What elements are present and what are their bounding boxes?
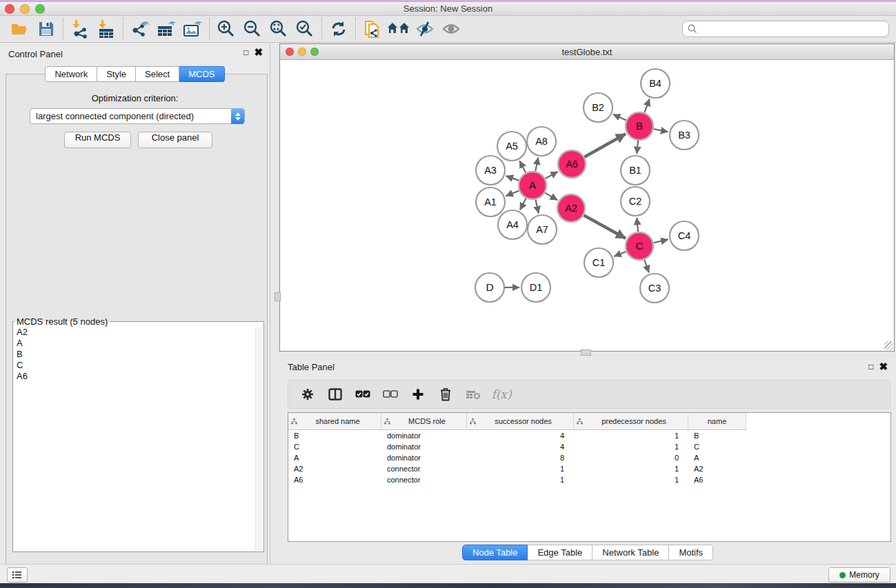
table-row[interactable]: Cdominator41C <box>288 441 890 452</box>
search-container <box>682 21 889 37</box>
minimize-window-button[interactable] <box>20 4 30 14</box>
graph-edge-C-C3[interactable] <box>644 260 649 273</box>
column-header[interactable]: shared name <box>288 413 381 429</box>
delete-table-icon <box>466 389 481 400</box>
horizontal-splitter-grip[interactable] <box>581 349 591 356</box>
graph-node-label: A4 <box>506 219 519 230</box>
tab-motifs[interactable]: Motifs <box>669 545 713 560</box>
function-builder-button[interactable]: f(x) <box>488 382 513 407</box>
checked-boxes-icon <box>355 390 370 398</box>
column-header[interactable]: MCDS role <box>381 413 467 429</box>
show-columns-button[interactable] <box>323 382 348 407</box>
table-cell: 1 <box>574 463 688 474</box>
zoom-in-button[interactable] <box>213 17 239 41</box>
criterion-dropdown[interactable]: largest connected component (directed) <box>30 108 245 124</box>
select-all-columns-button[interactable] <box>350 382 375 407</box>
network-zoom-button[interactable] <box>310 48 319 56</box>
float-panel-icon[interactable]: □ <box>243 48 248 57</box>
float-panel-icon[interactable]: □ <box>868 362 873 372</box>
search-input[interactable] <box>682 21 889 37</box>
result-scrollbar[interactable] <box>255 327 263 551</box>
graph-edge-C-C4[interactable] <box>653 239 668 243</box>
graph-edge-B-B4[interactable] <box>644 99 649 113</box>
graph-edge-B-B1[interactable] <box>637 141 638 154</box>
close-window-button[interactable] <box>5 4 14 14</box>
delete-columns-button[interactable] <box>433 382 458 407</box>
zoom-out-button[interactable] <box>239 17 266 41</box>
tab-node-table[interactable]: Node Table <box>462 545 528 560</box>
memory-label: Memory <box>849 570 879 580</box>
graph-edge-A-A8[interactable] <box>535 158 538 172</box>
export-table-button[interactable] <box>153 17 179 41</box>
graph-edge-A-A6[interactable] <box>545 172 557 179</box>
graph-edge-B-B2[interactable] <box>613 114 626 121</box>
mcds-result-item[interactable]: A <box>13 338 263 349</box>
tab-mcds[interactable]: MCDS <box>179 66 224 82</box>
import-network-button[interactable] <box>67 17 93 41</box>
export-network-button[interactable] <box>127 17 153 41</box>
mcds-result-item[interactable]: B <box>13 349 263 360</box>
tab-select[interactable]: Select <box>136 66 179 82</box>
close-panel-button[interactable]: Close panel <box>138 132 212 148</box>
tab-style[interactable]: Style <box>97 66 136 82</box>
import-table-button[interactable] <box>93 17 119 41</box>
toolbar-separator <box>355 18 356 40</box>
column-header[interactable]: name <box>688 413 746 429</box>
mcds-result-item[interactable]: A6 <box>13 371 263 382</box>
graph-edge-A-A3[interactable] <box>506 176 519 181</box>
graph-edge-A6-B[interactable] <box>584 134 626 156</box>
table-row[interactable]: A6connector11A6 <box>288 474 890 485</box>
graph-edge-A-A4[interactable] <box>520 199 526 210</box>
table-row[interactable]: Bdominator41B <box>288 430 890 441</box>
graph-edge-B-B3[interactable] <box>654 129 668 132</box>
column-header[interactable]: successor nodes <box>467 413 574 429</box>
close-panel-icon[interactable]: ✖ <box>254 48 263 57</box>
table-body: Bdominator41BCdominator41CAdominator80AA… <box>288 430 890 485</box>
open-file-button[interactable] <box>7 17 33 41</box>
hide-graphics-details-button[interactable] <box>412 17 438 41</box>
save-session-button[interactable] <box>33 17 59 41</box>
add-column-button[interactable] <box>406 382 430 407</box>
home-view-button[interactable] <box>386 17 412 41</box>
memory-button[interactable]: Memory <box>828 567 890 582</box>
task-history-button[interactable] <box>7 567 28 582</box>
graph-edge-A-A1[interactable] <box>506 191 519 196</box>
graph-edge-A-A7[interactable] <box>535 200 538 214</box>
zoom-fit-button[interactable] <box>266 17 292 41</box>
mcds-result-item[interactable]: C <box>13 360 263 371</box>
window-resize-grip[interactable] <box>884 341 893 350</box>
show-graphics-details-button[interactable] <box>438 17 464 41</box>
graph-node-label: D <box>486 281 493 293</box>
duplicate-network-button[interactable] <box>359 17 386 41</box>
control-panel: Control Panel □ ✖ Network Style Select M… <box>0 43 270 564</box>
mcds-result-item[interactable]: A2 <box>13 327 263 338</box>
graph-edge-A-A5[interactable] <box>519 161 526 172</box>
table-row[interactable]: Adominator80A <box>288 452 890 463</box>
zoom-window-button[interactable] <box>35 4 45 14</box>
network-minimize-button[interactable] <box>298 48 306 56</box>
delete-table-button[interactable] <box>461 382 486 407</box>
table-row[interactable]: A2connector11A2 <box>288 463 890 474</box>
graph-edge-A-A2[interactable] <box>545 193 557 201</box>
table-options-button[interactable] <box>295 382 320 407</box>
network-window-titlebar[interactable]: testGlobe.txt <box>280 44 894 60</box>
tab-network[interactable]: Network <box>45 66 97 82</box>
eye-slash-icon <box>415 21 435 37</box>
run-mcds-button[interactable]: Run MCDS <box>64 132 131 148</box>
network-close-button[interactable] <box>286 48 294 56</box>
network-canvas[interactable]: B4B2BB3A8A5A6A3B1AC2A1A2A4A7C4CC1C3DD1 <box>280 60 894 351</box>
graph-node-label: D1 <box>530 282 543 293</box>
tab-edge-table[interactable]: Edge Table <box>528 545 593 560</box>
graph-edge-C-C1[interactable] <box>614 252 626 256</box>
graph-edge-C-C2[interactable] <box>637 218 638 232</box>
unselect-all-columns-button[interactable] <box>378 382 403 407</box>
vertical-splitter-grip[interactable] <box>275 292 281 301</box>
graph-edge-A2-C[interactable] <box>584 215 626 239</box>
zoom-selected-button[interactable] <box>292 17 318 41</box>
export-image-button[interactable] <box>179 17 206 41</box>
refresh-view-button[interactable] <box>326 17 352 41</box>
column-header[interactable]: predecessor nodes <box>574 413 688 429</box>
close-panel-icon[interactable]: ✖ <box>879 362 888 372</box>
tab-network-table[interactable]: Network Table <box>593 545 669 560</box>
main-toolbar <box>0 16 896 43</box>
